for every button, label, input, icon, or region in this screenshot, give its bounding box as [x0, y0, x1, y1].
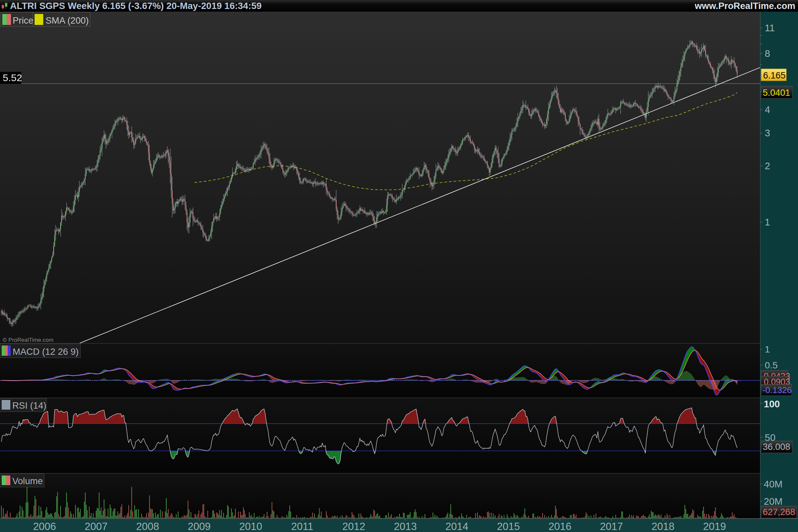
svg-text:5.52: 5.52 [3, 72, 22, 83]
svg-text:2: 2 [765, 160, 770, 171]
svg-text:2008: 2008 [136, 521, 159, 532]
svg-text:2017: 2017 [600, 521, 623, 532]
svg-text:1: 1 [765, 344, 770, 355]
svg-text:ALTRI SGPS Weekly 6.165 (-3.67: ALTRI SGPS Weekly 6.165 (-3.67%) 20-May-… [10, 1, 262, 11]
svg-text:2010: 2010 [240, 521, 262, 532]
svg-text:4: 4 [765, 104, 770, 115]
svg-text:© ProRealTime.com: © ProRealTime.com [3, 337, 54, 343]
svg-text:20M: 20M [764, 496, 782, 507]
svg-text:-0.1326: -0.1326 [762, 385, 792, 395]
svg-text:6.165: 6.165 [763, 71, 786, 80]
svg-text:2011: 2011 [291, 521, 314, 532]
svg-text:100: 100 [764, 399, 780, 409]
svg-text:2006: 2006 [33, 521, 56, 532]
svg-text:40M: 40M [764, 479, 782, 490]
svg-text:2016: 2016 [549, 521, 572, 532]
svg-text:2014: 2014 [445, 521, 469, 532]
svg-text:SMA (200): SMA (200) [45, 15, 89, 25]
svg-text:36.008: 36.008 [763, 442, 790, 452]
svg-text:2012: 2012 [342, 521, 365, 532]
svg-text:8: 8 [765, 48, 770, 59]
svg-text:627,268: 627,268 [763, 507, 795, 517]
svg-text:2018: 2018 [652, 521, 674, 532]
svg-text:11: 11 [765, 23, 775, 33]
svg-text:2009: 2009 [188, 521, 211, 532]
svg-text:MACD (12 26 9): MACD (12 26 9) [13, 346, 79, 357]
svg-text:RSI (14): RSI (14) [12, 400, 46, 411]
svg-text:Price: Price [13, 15, 34, 25]
svg-text:Volume: Volume [12, 476, 43, 486]
svg-text:5.0401: 5.0401 [763, 88, 790, 98]
svg-text:1: 1 [765, 217, 770, 227]
svg-text:3: 3 [765, 128, 770, 138]
svg-text:2013: 2013 [394, 521, 417, 532]
svg-text:www.ProRealTime.com: www.ProRealTime.com [694, 1, 795, 11]
svg-text:2007: 2007 [85, 521, 108, 532]
svg-text:2015: 2015 [497, 521, 520, 532]
svg-text:2019: 2019 [703, 521, 726, 532]
svg-text:0.5: 0.5 [765, 360, 778, 370]
